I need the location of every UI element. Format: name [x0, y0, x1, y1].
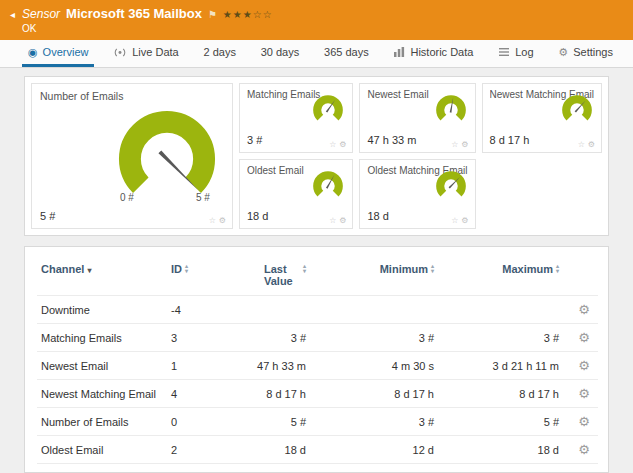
channel-minimum: 8 d 17 h — [310, 380, 438, 408]
column-label: ID — [171, 263, 182, 275]
sort-desc-icon: ▾ — [87, 266, 91, 275]
priority-stars[interactable]: ★★★☆☆ — [223, 9, 273, 20]
channel-maximum: 18 d — [438, 464, 563, 473]
channel-settings-icon[interactable]: ⚙ — [578, 414, 590, 429]
column-header-maximum[interactable]: Maximum▴▾ — [438, 261, 563, 296]
gauge-section: Number of Emails 0 # 5 # 5 # ☆ ⚙ Matchin… — [24, 76, 609, 236]
tab-365-days[interactable]: 365 days — [318, 40, 375, 67]
channel-last-value: 18 d — [222, 464, 310, 473]
channel-id: -4 — [167, 296, 222, 324]
channel-id: 0 — [167, 408, 222, 436]
gear-icon: ⚙ — [558, 46, 568, 59]
gauge-tile-icons: ☆ ⚙ — [578, 140, 595, 149]
channel-name[interactable]: Oldest Matching Email — [37, 464, 167, 473]
tab-live-data[interactable]: Live Data — [107, 40, 184, 67]
gauge-tile-newest-email: Newest Email 47 h 33 m ☆ ⚙ — [359, 83, 475, 153]
matching-emails-gauge — [310, 92, 346, 128]
gauge-tile-oldest-matching-email: Oldest Matching Email 18 d ☆ ⚙ — [359, 159, 475, 229]
tab-overview[interactable]: ◉ Overview — [22, 40, 94, 67]
channel-settings-icon[interactable]: ⚙ — [578, 386, 590, 401]
column-header-channel[interactable]: Channel▾ — [37, 261, 167, 296]
gauge-settings-icon[interactable]: ⚙ — [588, 140, 595, 149]
favorite-star-icon[interactable]: ☆ — [451, 140, 458, 149]
table-row-oldest-matching-email[interactable]: Oldest Matching Email 5 18 d 18 d 18 d ⚙ — [37, 464, 598, 473]
gauge-scale-max: 5 # — [196, 192, 210, 203]
sensor-status: OK — [22, 23, 273, 34]
favorite-star-icon[interactable]: ☆ — [451, 216, 458, 225]
column-label: Last Value — [264, 263, 300, 287]
gauge-value: 8 d 17 h — [490, 134, 530, 146]
channel-maximum — [438, 296, 563, 324]
channel-settings-icon[interactable]: ⚙ — [578, 330, 590, 345]
tab-30-days[interactable]: 30 days — [255, 40, 306, 67]
newest-matching-email-gauge — [559, 92, 595, 128]
sensor-header: ◂ Sensor Microsoft 365 Mailbox ⚑ ★★★☆☆ O… — [0, 0, 633, 40]
column-header-minimum[interactable]: Minimum▴▾ — [310, 261, 438, 296]
sort-icon: ▴▾ — [431, 264, 434, 273]
channel-last-value — [222, 296, 310, 324]
column-label: Channel — [41, 263, 84, 275]
sensor-header-text: Sensor Microsoft 365 Mailbox ⚑ ★★★☆☆ OK — [22, 6, 273, 34]
column-header-actions — [563, 261, 598, 296]
channel-name[interactable]: Newest Matching Email — [37, 380, 167, 408]
favorite-star-icon[interactable]: ☆ — [578, 140, 585, 149]
tab-label: 2 days — [204, 46, 236, 58]
channel-minimum: 3 # — [310, 408, 438, 436]
sort-icon: ▴▾ — [185, 264, 188, 273]
table-row-number-of-emails[interactable]: Number of Emails 0 5 # 3 # 5 # ⚙ — [37, 408, 598, 436]
channel-name[interactable]: Newest Email — [37, 352, 167, 380]
object-kind-label: Sensor — [22, 7, 60, 21]
gauge-settings-icon[interactable]: ⚙ — [461, 140, 468, 149]
gauge-settings-icon[interactable]: ⚙ — [219, 216, 226, 225]
channel-maximum: 5 # — [438, 408, 563, 436]
channel-name[interactable]: Downtime — [37, 296, 167, 324]
tab-bar: ◉ Overview Live Data 2 days 30 days 365 … — [0, 40, 633, 68]
gauge-settings-icon[interactable]: ⚙ — [339, 140, 346, 149]
channel-name[interactable]: Number of Emails — [37, 408, 167, 436]
table-row-newest-matching-email[interactable]: Newest Matching Email 4 8 d 17 h 8 d 17 … — [37, 380, 598, 408]
gauge-tile-icons: ☆ ⚙ — [209, 216, 226, 225]
channel-settings-icon[interactable]: ⚙ — [578, 442, 590, 457]
channel-minimum: 3 # — [310, 324, 438, 352]
favorite-star-icon[interactable]: ☆ — [329, 216, 336, 225]
gauge-settings-icon[interactable]: ⚙ — [339, 216, 346, 225]
newest-email-gauge — [433, 92, 469, 128]
tab-2-days[interactable]: 2 days — [198, 40, 242, 67]
channel-id: 5 — [167, 464, 222, 473]
favorite-star-icon[interactable]: ☆ — [209, 216, 216, 225]
overview-content: Number of Emails 0 # 5 # 5 # ☆ ⚙ Matchin… — [0, 68, 633, 473]
channel-minimum — [310, 296, 438, 324]
gauge-value: 3 # — [247, 134, 262, 146]
gauge-settings-icon[interactable]: ⚙ — [461, 216, 468, 225]
channel-id: 3 — [167, 324, 222, 352]
gauge-tile-icons: ☆ ⚙ — [329, 216, 346, 225]
channel-name[interactable]: Oldest Email — [37, 436, 167, 464]
channel-settings-icon[interactable]: ⚙ — [578, 302, 590, 317]
tab-label: Log — [515, 46, 533, 58]
channel-settings-icon[interactable]: ⚙ — [578, 358, 590, 373]
favorite-star-icon[interactable]: ☆ — [329, 140, 336, 149]
sensor-title: Microsoft 365 Mailbox — [66, 6, 202, 21]
channel-last-value: 3 # — [222, 324, 310, 352]
column-label: Minimum — [380, 263, 428, 275]
table-row-oldest-email[interactable]: Oldest Email 2 18 d 12 d 18 d ⚙ — [37, 436, 598, 464]
tab-settings[interactable]: ⚙ Settings — [552, 40, 619, 67]
live-data-icon — [113, 47, 127, 58]
oldest-matching-email-gauge — [433, 168, 469, 204]
channel-id: 4 — [167, 380, 222, 408]
tab-historic-data[interactable]: Historic Data — [387, 40, 479, 67]
channel-last-value: 8 d 17 h — [222, 380, 310, 408]
tab-log[interactable]: Log — [492, 40, 539, 67]
column-header-last-value[interactable]: Last Value▴▾ — [222, 261, 310, 296]
sort-icon: ▴▾ — [556, 264, 559, 273]
channel-name[interactable]: Matching Emails — [37, 324, 167, 352]
flag-icon[interactable]: ⚑ — [208, 9, 217, 20]
table-row-downtime[interactable]: Downtime -4 ⚙ — [37, 296, 598, 324]
table-row-matching-emails[interactable]: Matching Emails 3 3 # 3 # 3 # ⚙ — [37, 324, 598, 352]
table-row-newest-email[interactable]: Newest Email 1 47 h 33 m 4 m 30 s 3 d 21… — [37, 352, 598, 380]
gauge-tile-oldest-email: Oldest Email 18 d ☆ ⚙ — [239, 159, 353, 229]
channel-minimum: 12 d — [310, 436, 438, 464]
gauge-tile-newest-matching-email: Newest Matching Email 8 d 17 h ☆ ⚙ — [482, 83, 602, 153]
collapse-header-icon[interactable]: ◂ — [10, 9, 15, 20]
column-header-id[interactable]: ID▴▾ — [167, 261, 222, 296]
